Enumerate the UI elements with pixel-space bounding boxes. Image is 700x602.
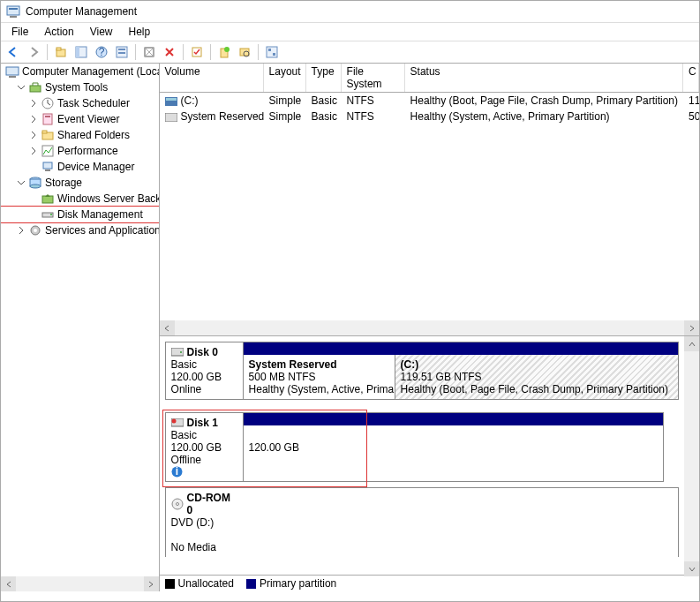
cell-name: (C:) <box>181 94 199 107</box>
volume-grid-body[interactable]: (C:) Simple Basic NTFS Healthy (Boot, Pa… <box>160 93 699 320</box>
menu-action[interactable]: Action <box>37 24 80 40</box>
tree-system-tools[interactable]: System Tools <box>1 79 160 95</box>
disk-kind: Basic <box>171 358 237 371</box>
menu-help[interactable]: Help <box>122 24 158 40</box>
svg-rect-35 <box>42 196 53 203</box>
info-icon[interactable]: i <box>171 466 237 478</box>
disk-row-1[interactable]: Disk 1 Basic 120.00 GB Offline i 120.00 … <box>165 412 664 482</box>
cell-type: Basic <box>306 94 342 108</box>
col-fs[interactable]: File System <box>342 64 405 92</box>
scroll-up-button[interactable] <box>684 336 699 351</box>
svg-point-34 <box>30 184 41 188</box>
expand-icon[interactable] <box>27 129 40 141</box>
scroll-left-button[interactable] <box>160 320 175 335</box>
partition-status: Healthy (System, Active, Primary Partiti… <box>249 383 389 395</box>
scroll-right-button[interactable] <box>684 320 699 335</box>
svg-rect-0 <box>7 6 19 15</box>
options-button[interactable] <box>263 43 281 61</box>
svg-rect-42 <box>165 113 177 122</box>
svg-rect-21 <box>6 67 19 75</box>
checklist-button[interactable] <box>188 43 206 61</box>
scroll-down-button[interactable] <box>684 561 699 576</box>
partition-c[interactable]: (C:) 119.51 GB NTFS Healthy (Boot, Page … <box>395 355 678 399</box>
tree-root[interactable]: Computer Management (Local <box>1 64 160 79</box>
help-button[interactable]: ? <box>93 43 110 61</box>
partition-system-reserved[interactable]: System Reserved 500 MB NTFS Healthy (Sys… <box>244 355 395 399</box>
volume-row[interactable]: (C:) Simple Basic NTFS Healthy (Boot, Pa… <box>160 93 699 109</box>
backup-icon <box>41 192 55 206</box>
delete-button[interactable] <box>161 43 178 61</box>
swatch-unallocated <box>165 579 175 589</box>
col-c[interactable]: C <box>683 64 699 92</box>
volume-icon <box>165 97 177 106</box>
app-icon <box>6 4 20 19</box>
tree-windows-server-backup[interactable]: Windows Server Backup <box>1 191 160 207</box>
menu-file[interactable]: File <box>4 24 35 40</box>
partition-bar <box>244 342 678 355</box>
disk-row-cdrom[interactable]: CD-ROM 0 DVD (D:) No Media <box>165 487 679 557</box>
volume-row[interactable]: System Reserved Simple Basic NTFS Health… <box>160 109 699 124</box>
expand-icon[interactable] <box>27 145 40 157</box>
cell-type: Basic <box>306 109 342 124</box>
partition-size: 120.00 GB <box>249 441 658 454</box>
expand-icon[interactable] <box>15 224 27 237</box>
scroll-right-button[interactable] <box>144 576 159 591</box>
disk-icon <box>41 207 55 222</box>
expand-icon[interactable] <box>27 113 40 125</box>
tree-disk-management[interactable]: Disk Management <box>1 207 160 222</box>
tree-task-scheduler[interactable]: Task Scheduler <box>1 95 160 111</box>
tree-services-applications[interactable]: Services and Applications <box>1 222 160 238</box>
col-layout[interactable]: Layout <box>264 64 306 92</box>
new-button[interactable] <box>215 43 233 61</box>
up-button[interactable] <box>52 43 70 61</box>
services-icon <box>28 223 42 237</box>
partition-bar <box>244 413 663 425</box>
svg-rect-43 <box>171 348 184 356</box>
toolbar: ? <box>1 41 699 64</box>
disk-offline-icon <box>171 418 184 427</box>
collapse-icon[interactable] <box>15 81 27 94</box>
svg-text:i: i <box>175 466 177 478</box>
vertical-scrollbar[interactable] <box>684 336 699 576</box>
tree-label: Device Manager <box>57 161 134 173</box>
clock-icon <box>41 96 55 110</box>
disk-row-0[interactable]: Disk 0 Basic 120.00 GB Online System Res… <box>165 342 679 400</box>
svg-rect-11 <box>118 52 125 54</box>
partition-unallocated[interactable]: 120.00 GB <box>244 425 663 481</box>
svg-rect-2 <box>10 16 17 18</box>
scroll-left-button[interactable] <box>1 576 16 591</box>
collapse-icon[interactable] <box>15 177 27 189</box>
window-title: Computer Management <box>26 5 137 18</box>
tree-label: Windows Server Backup <box>57 192 160 205</box>
tree-shared-folders[interactable]: Shared Folders <box>1 127 160 143</box>
col-type[interactable]: Type <box>306 64 342 92</box>
partition-name: (C:) <box>401 358 673 371</box>
tree-label: Services and Applications <box>45 224 160 237</box>
tree-label: Performance <box>57 145 118 157</box>
cell-layout: Simple <box>264 109 306 124</box>
tree-device-manager[interactable]: Device Manager <box>1 159 160 175</box>
content-pane: Volume Layout Type File System Status C … <box>160 64 699 591</box>
tree-storage[interactable]: Storage <box>1 175 160 191</box>
svg-rect-31 <box>45 169 50 171</box>
find-button[interactable] <box>236 43 253 61</box>
tree-performance[interactable]: Performance <box>1 143 160 159</box>
grid-horizontal-scrollbar[interactable] <box>160 320 699 335</box>
legend-label: Primary partition <box>260 577 336 590</box>
refresh-button[interactable] <box>140 43 158 61</box>
expand-icon[interactable] <box>27 97 40 109</box>
show-hide-tree-button[interactable] <box>72 43 90 61</box>
properties-button[interactable] <box>113 43 131 61</box>
menu-view[interactable]: View <box>83 24 120 40</box>
tree-event-viewer[interactable]: Event Viewer <box>1 111 160 127</box>
tree-horizontal-scrollbar[interactable] <box>1 576 159 591</box>
svg-rect-4 <box>56 48 61 50</box>
forward-button[interactable] <box>25 43 42 61</box>
col-status[interactable]: Status <box>405 64 683 92</box>
col-volume[interactable]: Volume <box>160 64 264 92</box>
disk-graphical-pane: Disk 0 Basic 120.00 GB Online System Res… <box>160 335 699 591</box>
disk-state: Online <box>171 383 237 395</box>
device-icon <box>41 160 55 174</box>
back-button[interactable] <box>4 43 22 61</box>
partition-size: 500 MB NTFS <box>249 371 389 383</box>
